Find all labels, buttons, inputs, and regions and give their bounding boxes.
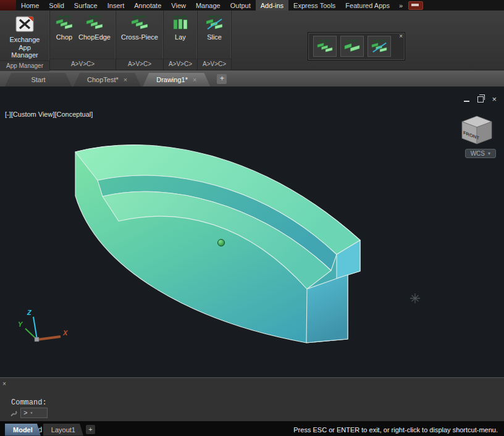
app-logo-icon[interactable] bbox=[0, 0, 16, 10]
command-line: Command: bbox=[11, 398, 502, 408]
ribbon-overflow-chevron[interactable]: » bbox=[395, 0, 407, 10]
close-tab-icon[interactable]: × bbox=[193, 76, 196, 83]
close-tab-icon[interactable]: × bbox=[124, 76, 127, 83]
autocad-window: Home Solid Surface Insert Annotate View … bbox=[0, 0, 504, 436]
svg-text:A>V>C>: A>V>C> bbox=[319, 39, 331, 43]
svg-text:A>V>C>: A>V>C> bbox=[346, 39, 358, 43]
chevron-down-icon: ▾ bbox=[488, 151, 490, 156]
view-cube-icon: FRONT bbox=[457, 112, 497, 146]
restore-icon[interactable] bbox=[477, 96, 484, 103]
file-tab-label: ChopTest* bbox=[87, 76, 119, 83]
file-tab-label: Drawing1* bbox=[156, 76, 188, 83]
menu-tab-express-tools[interactable]: Express Tools bbox=[288, 0, 340, 10]
palette-slice-button[interactable]: A>V>C> bbox=[368, 36, 391, 57]
menu-tab-insert[interactable]: Insert bbox=[103, 0, 130, 10]
panel-title-app-manager[interactable]: App Manager bbox=[0, 61, 49, 71]
button-label: Cross-Piece bbox=[121, 33, 158, 41]
panel-title-avc[interactable]: A>V>C> bbox=[164, 59, 197, 70]
connect-icon[interactable] bbox=[408, 1, 423, 10]
panel-title-avc[interactable]: A>V>C> bbox=[50, 59, 116, 70]
panel-title-avc[interactable]: A>V>C> bbox=[198, 59, 231, 70]
menu-tab-annotate[interactable]: Annotate bbox=[129, 0, 166, 10]
menu-tab-add-ins[interactable]: Add-ins bbox=[256, 0, 288, 10]
command-prompt-box[interactable]: > ▾ bbox=[20, 408, 48, 418]
command-line: Command: _STST bbox=[11, 426, 502, 435]
panel-title-avc[interactable]: A>V>C> bbox=[116, 59, 163, 70]
avc-toolbar-palette[interactable]: × A>V>C> A>V>C> A>V>C> bbox=[308, 32, 405, 61]
palette-chop-button[interactable]: A>V>C> bbox=[313, 36, 337, 57]
cross-piece-button[interactable]: A>V>C> Cross-Piece bbox=[119, 12, 160, 43]
ribbon-panel-app-manager: Exchange App Manager App Manager bbox=[0, 10, 50, 70]
menu-tab-surface[interactable]: Surface bbox=[69, 0, 103, 10]
button-label: Exchange App Manager bbox=[5, 36, 44, 59]
y-axis-label: Y bbox=[18, 321, 23, 328]
slice-icon: A>V>C> bbox=[371, 38, 388, 55]
model-tab[interactable]: Model bbox=[5, 424, 41, 436]
avc-stairs-icon: A>V>C> bbox=[343, 38, 361, 55]
svg-text:A>V>C>: A>V>C> bbox=[208, 15, 220, 19]
file-tab-start[interactable]: Start bbox=[5, 73, 72, 86]
ribbon-panel-avc-crosspiece: A>V>C> Cross-Piece A>V>C> bbox=[116, 10, 164, 70]
menu-tab-featured-apps[interactable]: Featured Apps bbox=[340, 0, 395, 10]
exchange-app-manager-button[interactable]: Exchange App Manager bbox=[3, 12, 46, 61]
avc-stairs-icon: A>V>C> bbox=[55, 14, 74, 32]
svg-text:A>V>C>: A>V>C> bbox=[133, 15, 146, 19]
lay-planks-icon: A>V>C> bbox=[171, 14, 190, 32]
command-prompt: > bbox=[23, 409, 28, 417]
lay-button[interactable]: A>V>C> Lay bbox=[169, 12, 191, 43]
menu-tab-solid[interactable]: Solid bbox=[44, 0, 69, 10]
ribbon: Exchange App Manager App Manager A>V>C> bbox=[0, 10, 504, 70]
button-label: ChopEdge bbox=[78, 33, 111, 41]
chopedge-button[interactable]: A>V>C> ChopEdge bbox=[77, 12, 112, 43]
file-tab-choptest[interactable]: ChopTest* × bbox=[74, 73, 141, 86]
model-viewport[interactable]: Z Y X [-][Custom View][Conceptual] × FRO… bbox=[0, 87, 504, 377]
ribbon-panel-avc-lay: A>V>C> Lay A>V>C> bbox=[164, 10, 198, 70]
new-drawing-button[interactable]: + bbox=[217, 74, 227, 84]
ribbon-tab-bar: Home Solid Surface Insert Annotate View … bbox=[0, 0, 504, 10]
layout1-tab[interactable]: Layout1 bbox=[43, 424, 83, 436]
avc-stairs-icon: A>V>C> bbox=[130, 14, 149, 32]
svg-text:A>V>C>: A>V>C> bbox=[88, 15, 101, 19]
z-axis-label: Z bbox=[27, 309, 32, 316]
close-icon[interactable]: × bbox=[492, 95, 497, 103]
viewport-window-controls: × bbox=[464, 95, 497, 103]
menu-tab-home[interactable]: Home bbox=[16, 0, 44, 10]
palette-close-icon[interactable]: × bbox=[399, 33, 403, 40]
button-label: Chop bbox=[56, 33, 72, 41]
svg-text:A>V>C>: A>V>C> bbox=[57, 15, 70, 19]
ribbon-panel-avc-slice: A>V>C> Slice A>V>C> bbox=[198, 10, 232, 70]
palette-chopedge-button[interactable]: A>V>C> bbox=[340, 36, 364, 57]
wcs-dropdown[interactable]: WCS ▾ bbox=[465, 149, 496, 158]
button-label: Lay bbox=[175, 33, 186, 41]
file-tab-bar: Start ChopTest* × Drawing1* × + bbox=[0, 70, 504, 87]
prompt-chevron-icon: ▾ bbox=[30, 410, 33, 416]
viewport-controls-label[interactable]: [-][Custom View][Conceptual] bbox=[5, 111, 93, 118]
file-tab-label: Start bbox=[31, 76, 45, 83]
svg-text:A>V>C>: A>V>C> bbox=[174, 15, 187, 19]
command-input-row: > ▾ bbox=[10, 408, 48, 418]
chop-button[interactable]: A>V>C> Chop bbox=[53, 12, 75, 43]
wcs-label: WCS bbox=[471, 150, 485, 157]
slice-button[interactable]: A>V>C> Slice bbox=[203, 12, 225, 43]
customize-icon[interactable] bbox=[10, 409, 17, 417]
point-marker-sphere[interactable] bbox=[218, 240, 225, 246]
command-line-panel[interactable]: × Command: Command: _STST Select solid: … bbox=[0, 377, 504, 421]
menu-tab-view[interactable]: View bbox=[166, 0, 191, 10]
ucs-icon[interactable]: Z Y X bbox=[18, 309, 68, 342]
menu-tab-manage[interactable]: Manage bbox=[191, 0, 225, 10]
pivot-gizmo-icon bbox=[410, 293, 420, 303]
avc-stairs-icon: A>V>C> bbox=[85, 14, 104, 32]
file-tab-drawing1[interactable]: Drawing1* × bbox=[143, 73, 210, 86]
exchange-app-manager-icon bbox=[14, 14, 35, 35]
svg-text:A>V>C>: A>V>C> bbox=[373, 39, 385, 43]
command-close-icon[interactable]: × bbox=[2, 381, 6, 388]
button-label: Slice bbox=[207, 33, 222, 41]
ribbon-panel-avc-chop: A>V>C> Chop A>V>C> bbox=[50, 10, 116, 70]
view-cube[interactable]: FRONT bbox=[457, 112, 497, 149]
menu-tab-output[interactable]: Output bbox=[225, 0, 256, 10]
avc-stairs-icon: A>V>C> bbox=[316, 38, 334, 55]
slice-icon: A>V>C> bbox=[205, 14, 224, 32]
minimize-icon[interactable] bbox=[464, 101, 469, 102]
x-axis-label: X bbox=[62, 329, 68, 337]
viewport-canvas[interactable]: Z Y X bbox=[0, 87, 504, 377]
